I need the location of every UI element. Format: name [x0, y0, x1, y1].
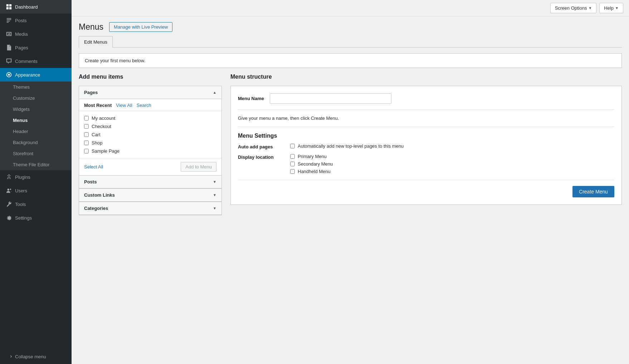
- pages-tabs: Most Recent View All Search: [79, 99, 221, 111]
- pages-accordion: Pages ▲ Most Recent View All Search: [79, 86, 222, 176]
- page-checkbox-sample-page[interactable]: [84, 149, 89, 153]
- sidebar-item-background[interactable]: Background: [0, 137, 72, 148]
- pages-icon: [6, 44, 12, 51]
- svg-point-7: [10, 189, 11, 190]
- sidebar-item-dashboard[interactable]: Dashboard: [0, 0, 72, 14]
- auto-add-pages-description[interactable]: Automatically add new top-level pages to…: [298, 143, 404, 149]
- add-menu-items-title: Add menu items: [79, 74, 222, 80]
- categories-accordion-chevron: ▼: [213, 206, 216, 210]
- svg-rect-2: [6, 7, 9, 9]
- display-location-row: Display location Primary Menu Secondary …: [238, 154, 614, 174]
- sidebar-item-plugins[interactable]: Plugins: [0, 170, 72, 184]
- add-to-menu-button[interactable]: Add to Menu: [181, 162, 216, 172]
- menu-name-input[interactable]: [270, 93, 391, 104]
- select-all-link[interactable]: Select All: [84, 164, 103, 169]
- pages-accordion-header[interactable]: Pages ▲: [79, 86, 221, 99]
- pages-accordion-footer: Select All Add to Menu: [79, 158, 221, 175]
- custom-links-accordion-chevron: ▼: [213, 193, 216, 197]
- pages-accordion-chevron: ▲: [213, 90, 216, 94]
- page-title: Menus: [79, 22, 103, 32]
- posts-icon: [6, 17, 12, 24]
- create-menu-button[interactable]: Create Menu: [572, 186, 614, 197]
- sidebar-item-comments[interactable]: Comments: [0, 54, 72, 68]
- page-checkbox-my-account[interactable]: [84, 116, 89, 120]
- screen-options-chevron: ▼: [588, 6, 592, 10]
- list-item: Cart: [84, 131, 216, 139]
- auto-add-pages-controls: Automatically add new top-level pages to…: [290, 143, 404, 149]
- pages-tab-most-recent[interactable]: Most Recent: [84, 103, 112, 108]
- page-checkbox-cart[interactable]: [84, 132, 89, 137]
- svg-rect-3: [9, 7, 11, 9]
- collapse-icon: [6, 353, 12, 360]
- appearance-submenu: Themes Customize Widgets Menus Header Ba…: [0, 82, 72, 170]
- sidebar: Dashboard Posts Media Pages Comments App…: [0, 0, 72, 364]
- sidebar-item-customize[interactable]: Customize: [0, 93, 72, 104]
- menu-structure-panel: Menu structure Menu Name Give your menu …: [230, 74, 622, 205]
- menu-panel: Menu Name Give your menu a name, then cl…: [230, 86, 622, 205]
- sidebar-item-media[interactable]: Media: [0, 27, 72, 41]
- sidebar-item-themes[interactable]: Themes: [0, 82, 72, 93]
- handheld-menu-label[interactable]: Handheld Menu: [298, 169, 331, 174]
- pages-accordion-body: Most Recent View All Search My account C…: [79, 99, 221, 175]
- sidebar-item-theme-file-editor[interactable]: Theme File Editor: [0, 159, 72, 170]
- page-content: Menus Manage with Live Preview Edit Menu…: [72, 16, 629, 364]
- media-icon: [6, 31, 12, 37]
- auto-add-pages-checkbox[interactable]: [290, 144, 295, 148]
- page-checkbox-checkout[interactable]: [84, 124, 89, 129]
- menu-name-row: Menu Name: [238, 93, 614, 110]
- tab-edit-menus[interactable]: Edit Menus: [79, 36, 113, 48]
- sidebar-item-widgets[interactable]: Widgets: [0, 104, 72, 115]
- sidebar-item-tools[interactable]: Tools: [0, 197, 72, 211]
- custom-links-accordion: Custom Links ▼: [79, 189, 222, 202]
- svg-rect-0: [6, 4, 9, 6]
- sidebar-item-storefront[interactable]: Storefront: [0, 148, 72, 159]
- secondary-menu-label[interactable]: Secondary Menu: [298, 161, 333, 167]
- users-icon: [6, 187, 12, 194]
- screen-options-button[interactable]: Screen Options ▼: [550, 3, 597, 13]
- posts-accordion: Posts ▼: [79, 176, 222, 189]
- sidebar-item-users[interactable]: Users: [0, 184, 72, 197]
- page-checkbox-shop[interactable]: [84, 141, 89, 145]
- handheld-menu-checkbox[interactable]: [290, 169, 295, 174]
- live-preview-button[interactable]: Manage with Live Preview: [109, 22, 172, 32]
- menu-editor: Add menu items Pages ▲ Most Recent View …: [79, 74, 622, 215]
- display-location-controls: Primary Menu Secondary Menu Handheld Men…: [290, 154, 333, 174]
- page-header: Menus Manage with Live Preview: [79, 16, 622, 36]
- categories-accordion-header[interactable]: Categories ▼: [79, 202, 221, 215]
- svg-point-5: [8, 74, 10, 75]
- comments-icon: [6, 58, 12, 64]
- list-item: Checkout: [84, 122, 216, 131]
- settings-icon: [6, 215, 12, 221]
- primary-menu-checkbox[interactable]: [290, 154, 295, 159]
- menu-panel-footer: Create Menu: [238, 180, 614, 197]
- pages-tab-search[interactable]: Search: [137, 103, 151, 108]
- dashboard-icon: [6, 4, 12, 10]
- sidebar-item-settings[interactable]: Settings: [0, 211, 72, 225]
- primary-menu-label[interactable]: Primary Menu: [298, 154, 327, 159]
- collapse-menu-button[interactable]: Collapse menu: [0, 349, 72, 364]
- list-item: Shop: [84, 139, 216, 147]
- sidebar-item-posts[interactable]: Posts: [0, 14, 72, 27]
- help-chevron: ▼: [615, 6, 619, 10]
- secondary-menu-checkbox[interactable]: [290, 162, 295, 166]
- pages-tab-view-all[interactable]: View All: [116, 103, 132, 108]
- sidebar-item-header[interactable]: Header: [0, 126, 72, 137]
- help-button[interactable]: Help ▼: [599, 3, 623, 13]
- add-menu-items-panel: Add menu items Pages ▲ Most Recent View …: [79, 74, 222, 215]
- posts-accordion-header[interactable]: Posts ▼: [79, 176, 221, 188]
- posts-accordion-chevron: ▼: [213, 180, 216, 184]
- page-tabs: Edit Menus: [79, 36, 622, 48]
- sidebar-item-menus[interactable]: Menus: [0, 115, 72, 126]
- sidebar-item-pages[interactable]: Pages: [0, 41, 72, 54]
- custom-links-accordion-header[interactable]: Custom Links ▼: [79, 189, 221, 202]
- appearance-icon: [6, 72, 12, 78]
- auto-add-pages-row: Auto add pages Automatically add new top…: [238, 143, 614, 149]
- topbar: Screen Options ▼ Help ▼: [72, 0, 629, 16]
- plugins-icon: [6, 174, 12, 180]
- categories-accordion: Categories ▼: [79, 202, 222, 215]
- tools-icon: [6, 201, 12, 207]
- sidebar-item-appearance[interactable]: Appearance: [0, 68, 72, 82]
- svg-rect-1: [9, 4, 11, 6]
- auto-add-pages-label: Auto add pages: [238, 143, 284, 149]
- svg-point-6: [8, 189, 9, 191]
